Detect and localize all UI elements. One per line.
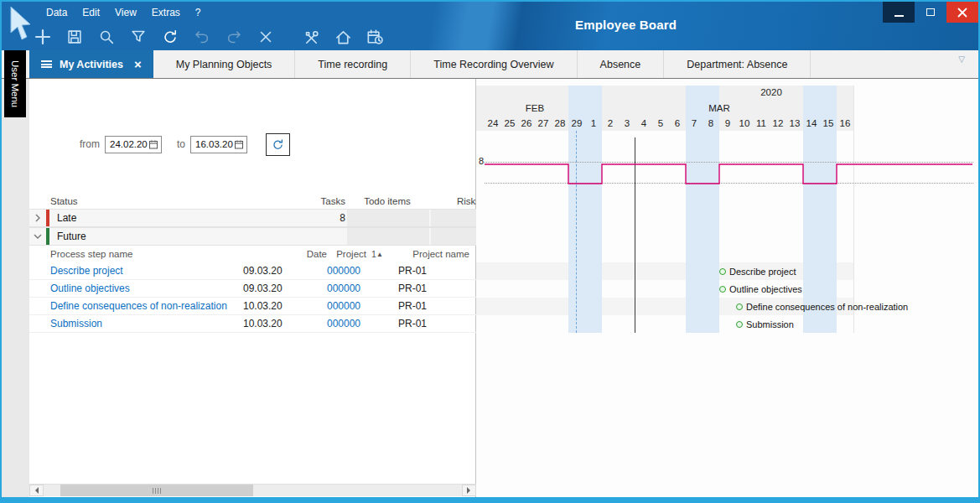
project-link[interactable]: 000000: [327, 318, 366, 329]
tab-strip-spacer: [811, 50, 958, 78]
milestone-label: Define consequences of non-realization: [746, 302, 908, 312]
home-button[interactable]: [332, 26, 354, 48]
from-label: from: [80, 138, 100, 150]
user-menu-tab[interactable]: User Menu: [4, 50, 26, 117]
tools-icon: [302, 28, 321, 47]
project-link[interactable]: 000000: [327, 283, 366, 294]
expand-chevron-right-icon[interactable]: [29, 214, 46, 222]
menu-bar: DataEditViewExtras?: [39, 2, 209, 23]
project-link[interactable]: 000000: [327, 265, 366, 277]
table-row: Describe project09.03.20000000PR-01: [29, 262, 476, 280]
process-step-link[interactable]: Outline objectives: [46, 283, 243, 294]
group-row-late[interactable]: Late 8: [29, 209, 476, 227]
tab-overflow-dropdown-icon[interactable]: ▽: [958, 54, 965, 64]
gantt-milestone[interactable]: Define consequences of non-realization: [736, 298, 908, 315]
late-tasks-count: 8: [289, 212, 345, 224]
scroll-left-icon: [32, 487, 39, 494]
column-header-tasks[interactable]: Tasks: [289, 196, 345, 206]
project-link[interactable]: 000000: [327, 300, 366, 312]
menu-item-data[interactable]: Data: [39, 7, 75, 18]
add-button[interactable]: [32, 26, 54, 48]
column-header-status[interactable]: Status: [46, 196, 289, 206]
tab-department-absence[interactable]: Department: Absence: [664, 50, 811, 78]
gantt-milestone[interactable]: Outline objectives: [719, 280, 802, 298]
save-button[interactable]: [64, 26, 86, 48]
tools-button[interactable]: [300, 26, 322, 48]
app-title: Employee Board: [575, 18, 677, 32]
column-header-todo-items[interactable]: Todo items: [345, 196, 429, 206]
column-header-date[interactable]: Date: [243, 249, 327, 259]
group-label-future: Future: [57, 231, 86, 242]
minimize-icon: [894, 15, 904, 17]
collapse-chevron-down-icon[interactable]: [29, 233, 46, 240]
tab-absence[interactable]: Absence: [578, 50, 665, 78]
scrollbar-track[interactable]: [44, 485, 462, 496]
horizontal-scrollbar: [29, 484, 476, 496]
row-date: 10.03.20: [243, 300, 327, 312]
column-header-process-step-name[interactable]: Process step name: [46, 249, 243, 259]
menu-item-extras[interactable]: Extras: [144, 7, 188, 18]
side-strip: User Menu: [2, 79, 29, 497]
from-date-input[interactable]: 24.02.20: [105, 136, 162, 153]
planning-calendar-button[interactable]: [364, 26, 386, 48]
milestone-dot-icon: [719, 268, 726, 275]
tab-label: Absence: [600, 59, 641, 70]
tab-label: Time recording: [318, 59, 387, 70]
filter-button[interactable]: [127, 26, 149, 48]
to-date-input[interactable]: 16.03.20: [190, 136, 247, 153]
tab-my-activities[interactable]: My Activities×: [29, 50, 153, 78]
tab-close-icon[interactable]: ×: [134, 58, 142, 70]
close-button[interactable]: [946, 2, 978, 23]
scroll-left-button[interactable]: [29, 485, 44, 496]
redo-button[interactable]: [223, 26, 245, 48]
filter-icon: [129, 28, 148, 46]
gantt-milestone[interactable]: Describe project: [719, 262, 796, 280]
tab-label: Time Recording Overview: [433, 59, 553, 70]
tab-time-recording[interactable]: Time recording: [295, 50, 411, 78]
search-button[interactable]: [96, 26, 117, 48]
sort-indicator[interactable]: 1▲: [366, 249, 388, 259]
sort-ascending-icon: ▲: [376, 251, 383, 258]
milestone-label: Describe project: [729, 267, 796, 277]
future-risks-cell: [429, 228, 476, 245]
process-step-link[interactable]: Submission: [46, 318, 243, 329]
table-header-row: Status Tasks Todo items Risks: [29, 194, 476, 209]
tab-menu-icon[interactable]: [41, 60, 52, 68]
column-header-project-name[interactable]: Project name: [388, 249, 476, 259]
toolbar: [32, 25, 386, 49]
scrollbar-thumb[interactable]: [60, 485, 253, 496]
menu-item-[interactable]: ?: [188, 7, 209, 18]
close-icon: [957, 8, 967, 18]
row-project-name: PR-01: [388, 283, 476, 294]
tab-my-planning-objects[interactable]: My Planning Objects: [153, 50, 296, 78]
search-icon: [97, 28, 116, 46]
process-step-link[interactable]: Describe project: [46, 265, 243, 277]
future-status-bar: [46, 228, 49, 245]
milestone-dot-icon: [736, 321, 743, 328]
maximize-button[interactable]: [915, 2, 946, 23]
calendar-icon[interactable]: [234, 139, 244, 150]
calendar-icon[interactable]: [148, 139, 158, 150]
refresh-button[interactable]: [159, 26, 181, 48]
group-row-future[interactable]: Future: [29, 227, 476, 246]
gantt-milestone[interactable]: Submission: [736, 315, 794, 333]
process-step-link[interactable]: Define consequences of non-realization: [46, 300, 243, 312]
home-icon: [334, 28, 353, 47]
menu-item-view[interactable]: View: [107, 7, 144, 18]
tab-time-recording-overview[interactable]: Time Recording Overview: [411, 50, 577, 78]
delete-button[interactable]: [255, 26, 277, 48]
minimize-button[interactable]: [883, 2, 915, 23]
apply-range-button[interactable]: [266, 133, 290, 156]
to-date-value: 16.03.20: [195, 139, 233, 149]
undo-button[interactable]: [191, 26, 213, 48]
scroll-right-button[interactable]: [462, 485, 476, 496]
app-header: DataEditViewExtras? Employee Board: [2, 2, 978, 50]
milestone-dot-icon: [736, 303, 743, 310]
column-header-risks[interactable]: Risks: [429, 196, 476, 206]
column-header-project[interactable]: Project: [327, 249, 366, 259]
row-date: 10.03.20: [243, 318, 327, 329]
late-risks-cell: [429, 210, 476, 226]
scroll-right-icon: [467, 487, 474, 494]
menu-item-edit[interactable]: Edit: [75, 7, 107, 18]
add-icon: [33, 27, 53, 47]
